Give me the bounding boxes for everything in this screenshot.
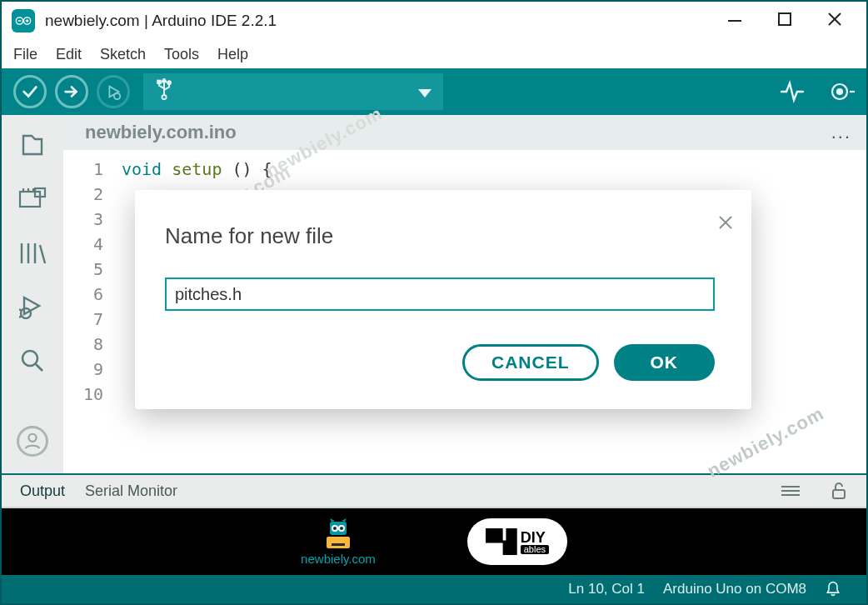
svg-marker-30 <box>24 298 39 314</box>
diyables-icon <box>486 528 517 555</box>
svg-rect-42 <box>332 543 345 546</box>
svg-point-36 <box>28 434 36 442</box>
serial-monitor-icon[interactable] <box>830 79 855 104</box>
svg-point-34 <box>22 351 37 366</box>
svg-line-29 <box>40 245 45 263</box>
close-icon[interactable] <box>718 213 733 235</box>
menubar: File Edit Sketch Tools Help <box>2 40 866 68</box>
library-manager-icon[interactable] <box>17 238 47 268</box>
svg-marker-48 <box>330 518 335 522</box>
panel-options-icon[interactable] <box>781 482 800 500</box>
line-number: 10 <box>63 382 103 407</box>
usb-icon <box>155 78 173 105</box>
svg-point-11 <box>114 93 120 99</box>
tab-output[interactable]: Output <box>20 482 65 500</box>
svg-line-35 <box>36 364 42 371</box>
filename-input[interactable] <box>165 278 715 311</box>
debug-button[interactable] <box>97 75 130 108</box>
menu-tools[interactable]: Tools <box>164 46 199 63</box>
menu-help[interactable]: Help <box>217 46 248 63</box>
activity-bar <box>2 115 63 473</box>
new-file-dialog: Name for new file CANCEL OK <box>135 190 751 409</box>
newbiely-logo-text: newbiely.com <box>301 552 376 566</box>
line-gutter: 1 2 3 4 5 6 7 8 9 10 <box>63 150 113 473</box>
status-bar: Ln 10, Col 1 Arduino Uno on COM8 <box>2 575 866 603</box>
line-number: 8 <box>63 332 103 357</box>
line-number: 5 <box>63 257 103 282</box>
account-icon[interactable] <box>17 426 48 457</box>
line-number: 6 <box>63 282 103 307</box>
diy-sub-text: ables <box>521 545 549 554</box>
bottom-panel-tabs: Output Serial Monitor <box>2 473 866 508</box>
toolbar-right <box>780 79 855 104</box>
panel-lock-icon[interactable] <box>830 482 848 500</box>
maximize-button[interactable] <box>776 11 793 32</box>
line-number: 2 <box>63 182 103 207</box>
toolbar <box>2 68 866 115</box>
titlebar: newbiely.com | Arduino IDE 2.2.1 <box>2 2 866 40</box>
sketchbook-icon[interactable] <box>17 130 47 159</box>
tab-menu-icon[interactable]: ... <box>831 122 851 143</box>
code-function: setup <box>172 159 222 179</box>
svg-rect-40 <box>833 490 845 498</box>
app-window: newbiely.com | Arduino IDE 2.2.1 File Ed… <box>0 0 868 605</box>
line-number: 3 <box>63 207 103 232</box>
tab-strip: newbiely.com.ino ... <box>63 115 866 150</box>
svg-line-33 <box>19 316 22 318</box>
svg-rect-21 <box>20 192 40 207</box>
ok-button[interactable]: OK <box>614 344 716 381</box>
svg-point-16 <box>167 81 171 84</box>
svg-rect-15 <box>157 81 160 83</box>
line-number: 4 <box>63 232 103 257</box>
svg-point-47 <box>340 527 343 530</box>
svg-marker-49 <box>342 518 347 522</box>
notifications-icon[interactable] <box>825 581 841 598</box>
code-punct: () { <box>232 159 272 179</box>
svg-rect-41 <box>327 537 350 548</box>
dialog-title: Name for new file <box>165 223 721 249</box>
tab-serial-monitor[interactable]: Serial Monitor <box>85 482 177 500</box>
newbiely-logo: newbiely.com <box>301 518 376 566</box>
output-banner: newbiely.com DIY ables <box>2 508 866 575</box>
search-icon[interactable] <box>17 347 47 376</box>
diyables-logo: DIY ables <box>467 518 567 565</box>
menu-sketch[interactable]: Sketch <box>100 46 146 63</box>
line-number: 1 <box>63 157 103 182</box>
window-title: newbiely.com | Arduino IDE 2.2.1 <box>45 12 277 30</box>
dialog-buttons: CANCEL OK <box>165 344 721 381</box>
line-number: 7 <box>63 307 103 332</box>
menu-file[interactable]: File <box>13 46 37 63</box>
verify-button[interactable] <box>13 75 47 108</box>
close-button[interactable] <box>826 11 843 32</box>
status-cursor-position: Ln 10, Col 1 <box>568 581 645 598</box>
boards-manager-icon[interactable] <box>17 184 47 213</box>
svg-marker-17 <box>418 89 432 98</box>
diy-text: DIY <box>521 530 549 545</box>
svg-point-46 <box>333 527 337 530</box>
svg-point-19 <box>837 89 842 94</box>
serial-plotter-icon[interactable] <box>780 79 805 104</box>
svg-marker-14 <box>162 78 166 82</box>
board-selector[interactable] <box>143 73 443 110</box>
upload-button[interactable] <box>55 75 88 108</box>
line-number: 9 <box>63 357 103 382</box>
status-board-port: Arduino Uno on COM8 <box>663 581 806 598</box>
tab-active[interactable]: newbiely.com.ino <box>85 122 237 143</box>
svg-line-32 <box>19 309 22 311</box>
window-controls <box>726 11 861 32</box>
minimize-button[interactable] <box>726 11 743 32</box>
arduino-logo-icon <box>12 9 35 32</box>
cancel-button[interactable]: CANCEL <box>462 344 599 381</box>
debug-icon[interactable] <box>17 292 47 322</box>
svg-point-12 <box>162 95 166 99</box>
code-keyword: void <box>122 159 162 179</box>
chevron-down-icon <box>418 81 432 102</box>
svg-rect-6 <box>779 13 791 25</box>
menu-edit[interactable]: Edit <box>56 46 82 63</box>
